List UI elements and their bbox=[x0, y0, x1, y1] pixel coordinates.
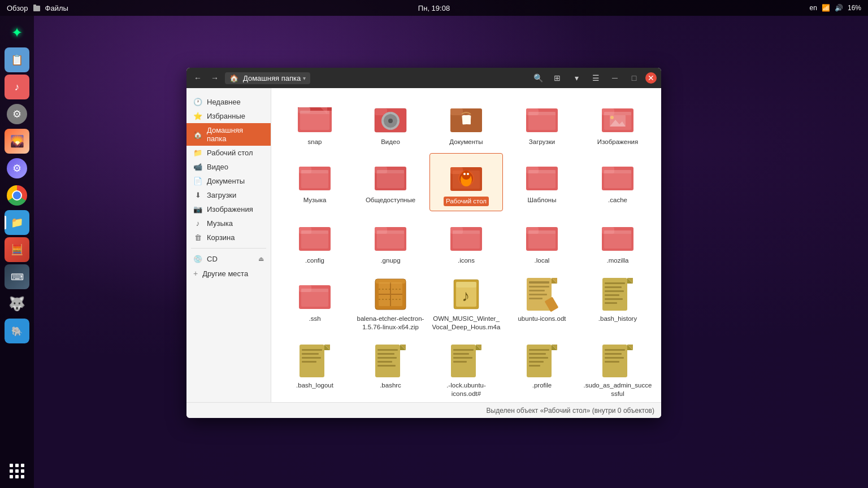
taskbar-notes[interactable]: 📋 bbox=[5, 47, 29, 72]
topbar-datetime: Пн, 19:08 bbox=[418, 4, 450, 12]
sidebar-item-other[interactable]: + Другие места bbox=[186, 266, 271, 281]
taskbar-chrome[interactable] bbox=[5, 183, 29, 208]
sidebar-item-music[interactable]: ♪ Музыка bbox=[186, 216, 271, 230]
taskbar-photos[interactable]: 🌄 bbox=[5, 129, 29, 154]
sidebar-item-bookmarks[interactable]: ⭐ Избранные bbox=[186, 109, 271, 123]
file-item-downloads[interactable]: Загрузки bbox=[505, 95, 579, 151]
file-item-ssh[interactable]: .ssh bbox=[278, 272, 351, 336]
file-item-config[interactable]: .config bbox=[278, 213, 351, 269]
gnupg-label: .gnupg bbox=[380, 256, 400, 265]
taskbar-apps-grid[interactable] bbox=[5, 459, 29, 483]
svg-rect-153 bbox=[605, 357, 624, 359]
svg-rect-39 bbox=[301, 170, 328, 173]
taskbar-overview[interactable]: ✦ bbox=[5, 20, 29, 45]
file-item-mozilla[interactable]: .mozilla bbox=[581, 213, 654, 269]
topbar-language[interactable]: en bbox=[810, 4, 817, 12]
photos-icon: 🌄 bbox=[5, 129, 29, 154]
sidebar-item-home[interactable]: 🏠 Домашняя папка bbox=[186, 123, 271, 146]
file-item-bash-history[interactable]: .bash_history bbox=[581, 272, 654, 336]
menu-button[interactable]: ☰ bbox=[588, 70, 604, 86]
svg-rect-144 bbox=[529, 353, 546, 355]
file-item-cache[interactable]: .cache bbox=[581, 153, 654, 211]
file-item-templates[interactable]: Шаблоны bbox=[505, 153, 579, 211]
sidebar-item-images[interactable]: 📷 Изображения bbox=[186, 202, 271, 216]
file-item-public[interactable]: Общедоступные bbox=[354, 153, 427, 211]
documents-folder-icon bbox=[448, 99, 484, 136]
minimize-button[interactable]: ─ bbox=[607, 70, 623, 86]
recent-icon: 🕐 bbox=[193, 98, 202, 106]
taskbar-files[interactable]: 📁 bbox=[5, 210, 29, 235]
forward-button[interactable]: → bbox=[208, 71, 222, 85]
file-item-snap[interactable]: snap bbox=[278, 95, 351, 151]
svg-rect-122 bbox=[302, 353, 319, 355]
lock-ubuntu-text-icon bbox=[448, 343, 484, 379]
view-toggle-btn2[interactable]: ▾ bbox=[568, 70, 584, 86]
file-item-ownmusic[interactable]: ♪ OWN_MUSIC_Winter_Vocal_Deep_Hous.m4a bbox=[429, 272, 503, 336]
sidebar-item-documents[interactable]: 📄 Документы bbox=[186, 174, 271, 188]
sidebar-item-video[interactable]: 📹 Видео bbox=[186, 160, 271, 174]
sidebar-item-recent[interactable]: 🕐 Недавнее bbox=[186, 95, 271, 109]
documents-label: Документы bbox=[449, 138, 483, 146]
file-item-local[interactable]: .local bbox=[505, 213, 579, 269]
taskbar-keyboard[interactable]: ⌨ bbox=[5, 264, 29, 289]
file-item-video[interactable]: Видео bbox=[354, 95, 427, 151]
sidebar-item-desktop[interactable]: 📁 Рабочий стол bbox=[186, 146, 271, 160]
file-item-icons[interactable]: .icons bbox=[429, 213, 503, 269]
topbar-battery[interactable]: 16% bbox=[848, 4, 861, 12]
profile-label: .profile bbox=[532, 381, 552, 390]
breadcrumb[interactable]: 🏠 Домашняя папка ▾ bbox=[225, 72, 310, 84]
file-item-documents[interactable]: Документы bbox=[429, 95, 503, 151]
lock-ubuntu-label: .-lock.ubuntu-icons.odt# bbox=[432, 381, 501, 398]
taskbar-music[interactable]: ♪ bbox=[5, 75, 29, 99]
ubuntu-icons-label: ubuntu-icons.odt bbox=[518, 315, 566, 323]
video-label: Видео bbox=[381, 138, 400, 146]
eject-icon[interactable]: ⏏ bbox=[258, 255, 264, 263]
file-item-sudo-admin[interactable]: .sudo_as_admin_successful bbox=[581, 338, 654, 402]
file-item-bashrc[interactable]: .bashrc bbox=[354, 338, 427, 402]
mozilla-label: .mozilla bbox=[607, 256, 629, 265]
snap-folder-icon bbox=[297, 99, 333, 136]
file-item-profile[interactable]: .profile bbox=[505, 338, 579, 402]
file-manager-window: ← → 🏠 Домашняя папка ▾ 🔍 ⊞ ▾ ☰ ─ □ ✕ 🕐 Н… bbox=[186, 68, 661, 418]
sidebar-label-cd: CD bbox=[207, 255, 218, 263]
svg-rect-92 bbox=[375, 279, 406, 284]
file-item-gnupg[interactable]: .gnupg bbox=[354, 213, 427, 269]
svg-rect-147 bbox=[529, 365, 540, 367]
close-button[interactable]: ✕ bbox=[645, 72, 657, 84]
file-item-desktop-selected[interactable]: Рабочий стол bbox=[429, 153, 503, 211]
svg-rect-1 bbox=[33, 5, 36, 6]
view-toggle-button[interactable]: ⊞ bbox=[549, 70, 565, 86]
search-button[interactable]: 🔍 bbox=[530, 70, 546, 86]
sidebar-item-trash[interactable]: 🗑 Корзина bbox=[186, 230, 271, 245]
overview-label[interactable]: Обзор bbox=[7, 4, 28, 12]
sudo-admin-label: .sudo_as_admin_successful bbox=[583, 381, 652, 398]
svg-rect-98 bbox=[456, 282, 476, 287]
topbar-app-label[interactable]: Файлы bbox=[45, 4, 68, 12]
file-item-lock-ubuntu[interactable]: .-lock.ubuntu-icons.odt# bbox=[429, 338, 503, 402]
taskbar-system[interactable]: ⚙ bbox=[5, 102, 29, 127]
svg-point-13 bbox=[388, 119, 393, 123]
svg-rect-124 bbox=[302, 361, 316, 363]
svg-rect-129 bbox=[377, 353, 394, 355]
file-item-balena[interactable]: balena-etcher-electron-1.5.76-linux-x64.… bbox=[354, 272, 427, 336]
home-breadcrumb-icon: 🏠 bbox=[229, 74, 238, 82]
sidebar-item-downloads[interactable]: ⬇ Загрузки bbox=[186, 188, 271, 202]
taskbar-gear2[interactable]: ⚙ bbox=[5, 156, 29, 181]
fm-content: snap bbox=[271, 88, 661, 402]
snap-label: snap bbox=[308, 138, 322, 146]
svg-rect-0 bbox=[33, 6, 40, 11]
music-sidebar-icon: ♪ bbox=[193, 219, 202, 228]
taskbar-wolf[interactable]: 🐺 bbox=[5, 291, 29, 316]
svg-rect-60 bbox=[604, 170, 631, 173]
sidebar-item-cd[interactable]: 💿 CD ⏏ bbox=[186, 252, 271, 266]
icons-folder-icon bbox=[448, 218, 484, 254]
taskbar-mastodon[interactable]: 🐘 bbox=[5, 319, 29, 343]
file-item-images[interactable]: Изображения bbox=[581, 95, 654, 151]
file-item-bash-logout[interactable]: .bash_logout bbox=[278, 338, 351, 402]
file-item-music[interactable]: Музыка bbox=[278, 153, 351, 211]
maximize-button[interactable]: □ bbox=[626, 70, 642, 86]
ownmusic-audio-icon: ♪ bbox=[448, 276, 484, 312]
taskbar-calc[interactable]: 🧮 bbox=[5, 237, 29, 262]
back-button[interactable]: ← bbox=[191, 71, 205, 85]
file-item-ubuntu-icons[interactable]: ubuntu-icons.odt bbox=[505, 272, 579, 336]
